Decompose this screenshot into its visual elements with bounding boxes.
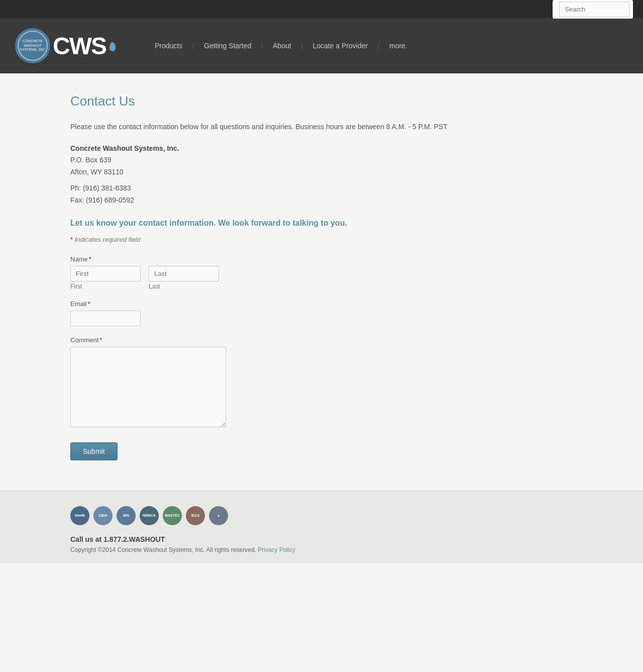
footer-logo-ieca: IECA [186,506,205,525]
name-req-star: * [89,255,91,263]
name-fields: First Last [70,266,472,290]
comment-textarea[interactable] [70,347,226,427]
footer-logo-round: ● [209,506,228,525]
nav-links: Products | Getting Started | About | Loc… [146,38,416,54]
email-req-star: * [88,300,90,308]
company-address: P.O. Box 639 Afton, WY 83110 [70,154,472,178]
logo-circle: CONCRETE WASHOUT SYSTEMS, INC. [15,28,50,63]
first-name-input[interactable] [70,266,141,281]
nav-item-products[interactable]: Products [146,38,191,54]
main-nav: Products | Getting Started | About | Loc… [146,38,416,54]
nav-link-about[interactable]: About [264,38,300,54]
contact-form: Name* First Last Email* [70,255,472,460]
logo-cws-text: CWS [53,32,106,60]
nav-item-more[interactable]: more. [380,38,416,54]
footer-logos: NAHB CBIA BIN NRMCA WASTEC IECA ● [70,506,613,525]
required-note: * Indicates required field [70,236,472,243]
logo-circle-inner: CONCRETE WASHOUT SYSTEMS, INC. [18,31,48,61]
last-name-wrap: Last [149,266,219,290]
content-area: Contact Us Please use the contact inform… [0,73,502,491]
email-label: Email* [70,300,472,308]
copyright-text: Copyright ©2014 Concrete Washout Systems… [70,546,256,553]
footer-callus: Call us at 1.877.2.WASHOUT [70,535,613,543]
search-wrapper [553,0,633,19]
nav-link-more[interactable]: more. [380,38,416,54]
address-line2: Afton, WY 83110 [70,168,124,176]
footer-logo-nrmca: NRMCA [140,506,159,525]
nav-sep-3: | [300,42,304,50]
top-bar [0,0,643,18]
company-name: Concrete Washout Systems, Inc. [70,144,472,152]
required-note-text: Indicates required field [73,236,140,243]
nav-item-about[interactable]: About [264,38,300,54]
last-name-input[interactable] [149,266,219,281]
comment-form-group: Comment* [70,336,472,429]
name-label: Name* [70,255,472,263]
footer-logo-bin: BIN [117,506,136,525]
page-title: Contact Us [70,93,472,109]
logo-area: CONCRETE WASHOUT SYSTEMS, INC. CWS [15,28,116,63]
name-form-group: Name* First Last [70,255,472,290]
comment-label: Comment* [70,336,472,344]
last-sublabel: Last [149,283,219,290]
main-content: Contact Us Please use the contact inform… [0,73,643,491]
nav-sep-4: | [377,42,380,50]
nav-header: CONCRETE WASHOUT SYSTEMS, INC. CWS Produ… [0,18,643,73]
contact-phone: Ph: (916) 381-6383 Fax: (916) 689-0592 [70,182,472,207]
first-name-wrap: First [70,266,141,290]
fax-number: Fax: (916) 689-0592 [70,196,134,204]
first-sublabel: First [70,283,141,290]
search-input[interactable] [559,2,629,17]
nav-sep-2: | [260,42,264,50]
email-form-group: Email* [70,300,472,326]
nav-link-locate[interactable]: Locate a Provider [303,38,377,54]
nav-link-getting-started[interactable]: Getting Started [195,38,260,54]
phone-number: Ph: (916) 381-6383 [70,184,131,192]
intro-text: Please use the contact information below… [70,121,462,132]
address-line1: P.O. Box 639 [70,156,111,164]
nav-link-products[interactable]: Products [146,38,191,54]
footer: NAHB CBIA BIN NRMCA WASTEC IECA ● Call u… [0,491,643,563]
company-info: Concrete Washout Systems, Inc. P.O. Box … [70,144,472,206]
logo-drop-icon [110,42,116,51]
footer-logo-cbia: CBIA [93,506,113,525]
footer-logo-nahb: NAHB [70,506,89,525]
nav-item-getting-started[interactable]: Getting Started [195,38,260,54]
footer-logo-wastec: WASTEC [163,506,182,525]
nav-item-locate[interactable]: Locate a Provider [303,38,377,54]
privacy-policy-link[interactable]: Privacy Policy [258,546,295,553]
footer-copyright: Copyright ©2014 Concrete Washout Systems… [70,546,613,553]
form-heading: Let us know your contact information. We… [70,219,472,228]
nav-sep-1: | [191,42,195,50]
submit-button[interactable]: Submit [70,442,118,460]
email-input[interactable] [70,311,141,326]
comment-req-star: * [99,336,102,344]
